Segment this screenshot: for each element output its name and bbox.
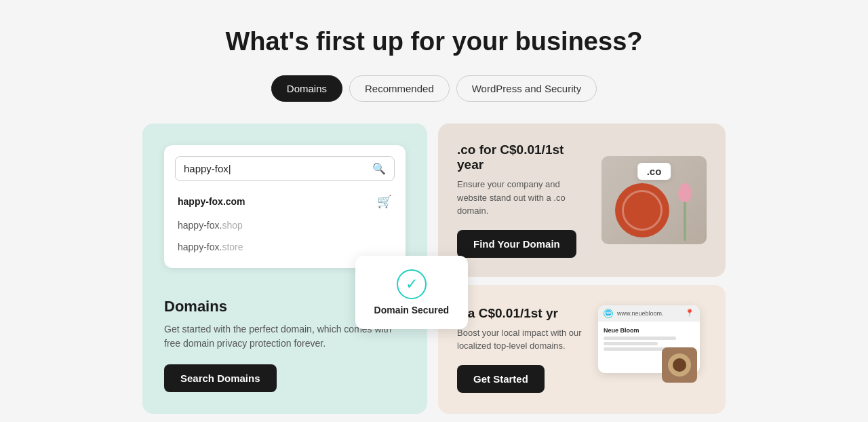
right-column: .co for C$0.01/1st year Ensure your comp…	[438, 123, 726, 414]
ca-domain-card: .ca C$0.01/1st yr Boost your local impac…	[438, 285, 726, 414]
plate-inner	[622, 190, 663, 231]
page-title: What's first up for your business?	[226, 27, 643, 56]
domains-card: happy-fox| 🔍 happy-fox.com 🛒 happy-fox.s…	[142, 123, 427, 414]
brand-name: Neue Bloom	[604, 327, 694, 334]
domain-result-shop-text: happy-fox.shop	[178, 220, 243, 231]
search-input-row[interactable]: happy-fox| 🔍	[175, 156, 395, 181]
search-input-value: happy-fox|	[184, 163, 372, 174]
domain-result-store-text: happy-fox.store	[178, 242, 243, 252]
cards-row: happy-fox| 🔍 happy-fox.com 🛒 happy-fox.s…	[142, 123, 726, 414]
domain-secured-label: Domain Secured	[374, 305, 449, 315]
globe-icon: 🌐	[604, 309, 613, 318]
co-domain-title: .co for C$0.01/1st year	[457, 142, 591, 172]
ca-domain-content: .ca C$0.01/1st yr Boost your local impac…	[457, 306, 587, 393]
browser-url: www.neuebloom.	[617, 310, 681, 317]
browser-bar: 🌐 www.neuebloom. 📍	[598, 305, 700, 322]
coffee-cup-image	[662, 347, 697, 383]
domain-results: happy-fox.com 🛒 happy-fox.shop happy-fox…	[175, 189, 395, 257]
tab-wordpress[interactable]: WordPress and Security	[456, 75, 597, 102]
co-domain-card: .co for C$0.01/1st year Ensure your comp…	[438, 123, 726, 277]
domain-result-com-text: happy-fox.com	[178, 196, 245, 207]
domain-result-store[interactable]: happy-fox.store	[175, 237, 395, 257]
ca-domain-desc: Boost your local impact with our localiz…	[457, 326, 587, 353]
get-started-button[interactable]: Get Started	[457, 365, 545, 393]
browser-mockup: 🌐 www.neuebloom. 📍 Neue Bloom	[598, 305, 707, 394]
content-line-2	[604, 342, 658, 345]
find-domain-button[interactable]: Find Your Domain	[457, 230, 576, 258]
ca-domain-title: .ca C$0.01/1st yr	[457, 306, 587, 321]
domain-result-shop[interactable]: happy-fox.shop	[175, 215, 395, 235]
cup-shape	[668, 353, 691, 377]
co-domain-desc: Ensure your company and website stand ou…	[457, 178, 591, 218]
co-domain-content: .co for C$0.01/1st year Ensure your comp…	[457, 142, 591, 258]
page-container: What's first up for your business? Domai…	[0, 0, 868, 422]
cup-inner	[673, 358, 686, 372]
search-box: happy-fox| 🔍 happy-fox.com 🛒 happy-fox.s…	[164, 145, 406, 268]
location-pin-icon: 📍	[685, 309, 694, 318]
tabs-row: Domains Recommended WordPress and Securi…	[271, 75, 597, 102]
search-icon: 🔍	[372, 162, 386, 175]
domain-result-com[interactable]: happy-fox.com 🛒	[175, 189, 395, 214]
plate-decoration	[615, 183, 669, 237]
cart-icon[interactable]: 🛒	[377, 194, 392, 209]
flower-head	[678, 183, 692, 202]
content-line-1	[604, 337, 676, 340]
check-circle-icon: ✓	[397, 269, 427, 299]
flower-stem	[684, 200, 686, 241]
domain-secured-popup: ✓ Domain Secured	[355, 256, 468, 329]
co-domain-image: .co	[601, 156, 707, 244]
tab-recommended[interactable]: Recommended	[349, 75, 450, 102]
co-badge: .co	[637, 163, 671, 180]
search-domains-button[interactable]: Search Domains	[164, 364, 277, 392]
tab-domains[interactable]: Domains	[271, 75, 342, 102]
